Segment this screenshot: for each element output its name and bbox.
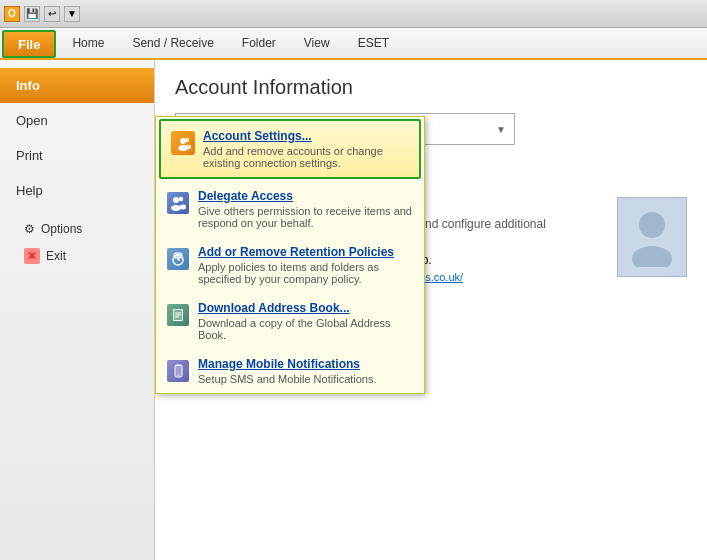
svg-point-11 [171, 205, 181, 211]
sidebar-item-help[interactable]: Help [0, 173, 154, 208]
sidebar-item-open[interactable]: Open [0, 103, 154, 138]
home-tab[interactable]: Home [58, 28, 118, 58]
quick-access-btn[interactable]: ▼ [64, 6, 80, 22]
avatar [617, 197, 687, 277]
retention-content: Add or Remove Retention Policies Apply p… [198, 245, 414, 285]
account-settings-dropdown-icon [171, 131, 195, 155]
svg-point-12 [179, 197, 183, 201]
selector-arrow-icon: ▼ [496, 124, 506, 135]
save-btn[interactable]: 💾 [24, 6, 40, 22]
ribbon: File Home Send / Receive Folder View ESE… [0, 28, 707, 60]
dropdown-item-delegate-access[interactable]: Delegate Access Give others permission t… [156, 181, 424, 237]
svg-point-10 [173, 197, 179, 203]
app-icon: O [4, 6, 20, 22]
content-area: Account Information ✦ Microsoft Exchange… [155, 60, 707, 560]
delegate-access-title: Delegate Access [198, 189, 414, 203]
account-settings-dropdown-desc: Add and remove accounts or change existi… [203, 145, 409, 169]
view-tab[interactable]: View [290, 28, 344, 58]
svg-rect-27 [176, 365, 181, 366]
mobile-content: Manage Mobile Notifications Setup SMS an… [198, 357, 414, 385]
page-title: Account Information [175, 76, 687, 99]
mobile-icon [166, 359, 190, 383]
dropdown-item-retention[interactable]: Add or Remove Retention Policies Apply p… [156, 237, 424, 293]
retention-desc: Apply policies to items and folders as s… [198, 261, 414, 285]
dropdown-item-mobile[interactable]: Manage Mobile Notifications Setup SMS an… [156, 349, 424, 393]
sidebar-item-options[interactable]: ⚙ Options [0, 216, 154, 242]
eset-tab[interactable]: ESET [344, 28, 403, 58]
delegate-access-desc: Give others permission to receive items … [198, 205, 414, 229]
delegate-access-icon [166, 191, 190, 215]
sidebar-item-info[interactable]: Info [0, 68, 154, 103]
account-settings-dropdown-title: Account Settings... [203, 129, 409, 143]
retention-icon [166, 247, 190, 271]
send-receive-tab[interactable]: Send / Receive [118, 28, 227, 58]
dropdown-menu: Account Settings... Add and remove accou… [155, 116, 425, 394]
titlebar: O 💾 ↩ ▼ [0, 0, 707, 28]
dropdown-item-account-settings[interactable]: Account Settings... Add and remove accou… [159, 119, 421, 179]
address-book-icon [166, 303, 190, 327]
mobile-title: Manage Mobile Notifications [198, 357, 414, 371]
svg-point-5 [632, 246, 672, 267]
mobile-desc: Setup SMS and Mobile Notifications. [198, 373, 414, 385]
titlebar-icons: O 💾 ↩ ▼ [4, 6, 80, 22]
address-book-content: Download Address Book... Download a copy… [198, 301, 414, 341]
svg-point-8 [185, 138, 189, 142]
retention-title: Add or Remove Retention Policies [198, 245, 414, 259]
exit-label: Exit [46, 249, 66, 263]
gear-icon: ⚙ [24, 222, 35, 236]
folder-tab[interactable]: Folder [228, 28, 290, 58]
file-tab[interactable]: File [2, 30, 56, 58]
delegate-access-content: Delegate Access Give others permission t… [198, 189, 414, 229]
sidebar-item-print[interactable]: Print [0, 138, 154, 173]
address-book-title: Download Address Book... [198, 301, 414, 315]
address-book-desc: Download a copy of the Global Address Bo… [198, 317, 414, 341]
account-settings-dropdown-content: Account Settings... Add and remove accou… [203, 129, 409, 169]
dropdown-item-address-book[interactable]: Download Address Book... Download a copy… [156, 293, 424, 349]
main-layout: Info Open Print Help ⚙ Options ✕ Exit Ac… [0, 60, 707, 560]
sidebar-item-exit[interactable]: ✕ Exit [0, 242, 154, 270]
exit-icon: ✕ [24, 248, 40, 264]
sidebar: Info Open Print Help ⚙ Options ✕ Exit [0, 60, 155, 560]
undo-btn[interactable]: ↩ [44, 6, 60, 22]
options-label: Options [41, 222, 82, 236]
svg-point-4 [639, 212, 665, 238]
